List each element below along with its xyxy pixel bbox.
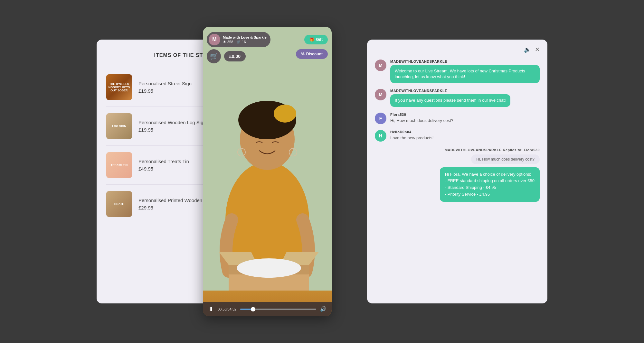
reply-bubble: Hi Flora, We have a choice of delivery o…: [440, 167, 540, 202]
chat-message-msg4: H HelloD0nn4 Love the new products!: [375, 130, 540, 142]
product-thumbnail: LOG SIGN: [106, 113, 132, 139]
cart-overlay: 🛒 £0.00: [207, 49, 246, 63]
cart-icon-button[interactable]: 🛒: [207, 49, 221, 63]
eye-icon: 👁: [223, 40, 226, 44]
chat-avatar: H: [375, 130, 386, 142]
chat-content: Flora530 Hi, How much does delivery cost…: [390, 113, 540, 123]
chat-bubble: If you have any questions please send th…: [390, 94, 510, 107]
thumb-text: TREATS TIN: [106, 152, 132, 178]
volume-button[interactable]: 🔊: [320, 306, 327, 312]
reply-quote: Hi, How much does delivery cost?: [471, 154, 540, 164]
discount-button[interactable]: % Discount: [296, 49, 328, 59]
product-thumbnail: CRATE: [106, 191, 132, 217]
gift-button[interactable]: 🎁 Gift: [304, 35, 328, 44]
cart-icon-small: 🛒: [236, 40, 241, 44]
video-controls: ⏸ 00.50/04:52 🔊: [203, 302, 332, 316]
chat-avatar: F: [375, 113, 386, 124]
gift-icon: 🎁: [309, 37, 314, 42]
video-background: M Made with Love & Sparkle 👁 358 🛒 16: [203, 27, 332, 316]
chat-username: HelloD0nn4: [390, 130, 540, 134]
thumb-text: LOG SIGN: [106, 113, 132, 139]
chat-message-msg1: M MADEWITHLOVEANDSPARKLE Welcome to our …: [375, 60, 540, 83]
chat-content: MADEWITHLOVEANDSPARKLE If you have any q…: [390, 89, 540, 107]
svg-point-11: [237, 258, 301, 278]
chat-username: MADEWITHLOVEANDSPARKLE: [390, 60, 540, 63]
chat-avatar: M: [375, 60, 386, 71]
chat-area: M MADEWITHLOVEANDSPARKLE Welcome to our …: [375, 60, 540, 142]
volume-icon[interactable]: 🔈: [524, 46, 531, 53]
current-time: 00.50/04:52: [218, 307, 236, 311]
progress-handle[interactable]: [251, 307, 255, 311]
chat-bubble: Welcome to our Live Stream, We have lots…: [390, 65, 540, 83]
chat-content: MADEWITHLOVEANDSPARKLE Welcome to our Li…: [390, 60, 540, 83]
product-thumbnail: THE O'NEILLS NOBODY GETS OUT SOBER: [106, 74, 132, 100]
reply-section: MADEWITHLOVEANDSPARKLE Replies to: Flora…: [375, 148, 540, 202]
video-scene: [203, 27, 332, 291]
close-icon[interactable]: ✕: [535, 46, 540, 53]
chat-username: MADEWITHLOVEANDSPARKLE: [390, 89, 540, 93]
streamer-info: Made with Love & Sparkle 👁 358 🛒 16: [223, 35, 267, 44]
streamer-avatar: M: [209, 34, 220, 45]
chat-avatar: M: [375, 89, 386, 100]
chat-text: Hi, How much does delivery cost?: [390, 118, 540, 123]
video-panel: M Made with Love & Sparkle 👁 358 🛒 16: [203, 27, 332, 316]
reply-header: MADEWITHLOVEANDSPARKLE Replies to: Flora…: [375, 148, 540, 152]
right-panel: 🔈 ✕ M MADEWITHLOVEANDSPARKLE Welcome to …: [367, 40, 547, 303]
product-thumbnail: TREATS TIN: [106, 152, 132, 178]
video-header: M Made with Love & Sparkle 👁 358 🛒 16: [207, 32, 328, 47]
streamer-badge: M Made with Love & Sparkle 👁 358 🛒 16: [207, 32, 270, 47]
streamer-name: Made with Love & Sparkle: [223, 35, 267, 39]
right-panel-header: 🔈 ✕: [375, 46, 540, 53]
progress-bar[interactable]: [240, 309, 316, 310]
pause-button[interactable]: ⏸: [208, 306, 214, 312]
svg-point-4: [274, 105, 296, 123]
chat-text: Love the new products!: [390, 135, 540, 140]
percent-icon: %: [301, 52, 305, 56]
chat-message-msg3: F Flora530 Hi, How much does delivery co…: [375, 113, 540, 124]
main-container: ITEMS OF THE STREAM THE O'NEILLS NOBODY …: [97, 27, 547, 316]
chat-content: HelloD0nn4 Love the new products!: [390, 130, 540, 140]
thumb-text: CRATE: [106, 191, 132, 217]
streamer-stats: 👁 358 🛒 16: [223, 40, 267, 44]
chat-message-msg2: M MADEWITHLOVEANDSPARKLE If you have any…: [375, 89, 540, 107]
cart-total-display: £0.00: [224, 51, 246, 61]
cart-count: 🛒 16: [236, 40, 246, 44]
view-count: 👁 358: [223, 40, 233, 44]
thumb-text: THE O'NEILLS NOBODY GETS OUT SOBER: [106, 74, 132, 100]
chat-username: Flora530: [390, 113, 540, 116]
